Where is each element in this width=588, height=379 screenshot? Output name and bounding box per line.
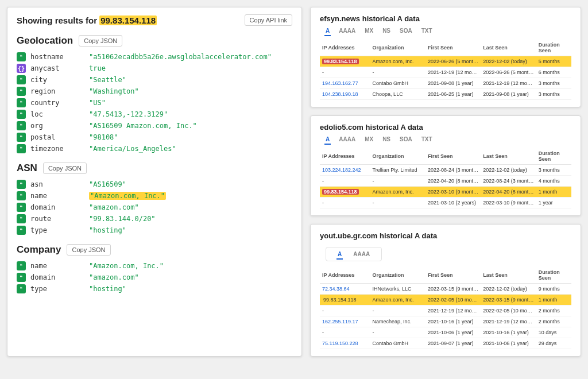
copy-json-button[interactable]: Copy JSON [79, 35, 122, 47]
results-header-prefix: Showing results for [17, 16, 99, 25]
dns-tab-aaaa[interactable]: AAAA [353, 251, 370, 257]
cell-org: - [370, 176, 425, 187]
table-row: 72.34.38.64IHNetworks, LLC2022-03-15 (9 … [320, 284, 571, 295]
col-last-seen: Last Seen [481, 40, 536, 56]
dns-tab-ns[interactable]: NS [382, 28, 390, 34]
table-row: 103.224.182.242Trellian Pty. Limited2022… [320, 165, 571, 176]
copy-api-link-button[interactable]: Copy API link [245, 14, 292, 26]
results-header: Showing results for 99.83.154.118 [17, 16, 157, 25]
cell-ip[interactable]: 103.224.182.242 [320, 165, 370, 176]
kv-row: ❝org"AS16509 Amazon.com, Inc." [17, 120, 292, 132]
string-type-icon: ❝ [17, 133, 26, 142]
cell-last-seen: 2021-09-08 (1 year) [481, 89, 536, 100]
cell-ip[interactable]: 104.238.190.18 [320, 89, 370, 100]
kv-row: {}anycasttrue [17, 63, 292, 74]
kv-row: ❝region"Washington" [17, 86, 292, 97]
kv-value: "Amazon.com, Inc." [89, 262, 164, 270]
kv-key: route [30, 215, 84, 223]
kv-row: ❝route"99.83.144.0/20" [17, 213, 292, 225]
cell-ip: 99.83.154.118 [320, 56, 370, 67]
dns-tab-a[interactable]: A [326, 28, 330, 34]
historical-panel-2: edolio5.com historical A data AAAAAMXNSS… [310, 115, 581, 216]
cell-first-seen: 2022-06-26 (5 months) [425, 56, 481, 67]
table-row: --2021-12-19 (12 months)2022-02-05 (10 m… [320, 305, 571, 316]
col-duration: Duration Seen [536, 40, 571, 56]
dns-tab-soa[interactable]: SOA [400, 136, 412, 142]
cell-first-seen: 2021-03-10 (2 years) [425, 198, 481, 208]
copy-json-button[interactable]: Copy JSON [43, 163, 87, 174]
cell-org: Contabo GmbH [370, 78, 425, 89]
section-title-company: Company [17, 244, 61, 256]
string-type-icon: ❝ [17, 261, 26, 270]
kv-row: ❝country"US" [17, 97, 292, 109]
cell-duration: 9 months [536, 284, 571, 295]
kv-key: org [30, 122, 84, 130]
col-first-seen: First Seen [425, 40, 481, 56]
cell-first-seen: 2021-12-19 (12 months) [425, 67, 481, 78]
cell-ip[interactable]: 162.255.119.17 [320, 316, 370, 327]
col-duration: Duration Seen [536, 267, 571, 284]
dns-tab-aaaa[interactable]: AAAA [339, 28, 355, 34]
kv-value: "Amazon.com, Inc." [89, 192, 166, 200]
cell-org: Amazon.com, Inc. [370, 187, 425, 198]
cell-ip: 99.83.154.118 [320, 187, 370, 198]
dns-record-tabs: AAAAAMXNSSOATXT [326, 136, 571, 142]
cell-first-seen: 2022-03-10 (9 months) [425, 187, 481, 198]
copy-json-button[interactable]: Copy JSON [67, 244, 110, 256]
cell-ip: - [320, 327, 370, 338]
cell-org: - [370, 305, 425, 316]
cell-first-seen: 2022-02-05 (10 months) [425, 295, 481, 305]
cell-ip: - [320, 198, 370, 208]
kv-value: "amazon.com" [89, 273, 139, 281]
cell-duration: 2 months [536, 305, 571, 316]
col-org: Organization [370, 40, 425, 56]
dns-tab-txt[interactable]: TXT [421, 136, 432, 142]
historical-table: IP Addresses Organization First Seen Las… [320, 148, 571, 208]
cell-ip[interactable]: 75.119.150.228 [320, 338, 370, 349]
kv-value: "AS16509 Amazon.com, Inc." [89, 122, 197, 130]
cell-duration: 1 year [536, 198, 571, 208]
cell-duration: 2 months [536, 316, 571, 327]
cell-ip: - [320, 67, 370, 78]
dns-tab-txt[interactable]: TXT [421, 28, 432, 34]
dns-tab-ns[interactable]: NS [382, 136, 390, 142]
cell-duration: 4 months [536, 176, 571, 187]
cell-ip[interactable]: 194.163.162.77 [320, 78, 370, 89]
results-header-ip: 99.83.154.118 [99, 16, 157, 25]
string-type-icon: ❝ [17, 75, 26, 84]
dns-tab-mx[interactable]: MX [365, 28, 373, 34]
kv-row: ❝name"Amazon.com, Inc." [17, 260, 292, 272]
cell-last-seen: 2022-04-20 (8 months) [481, 187, 536, 198]
string-type-icon: ❝ [17, 110, 26, 119]
string-type-icon: ❝ [17, 87, 26, 96]
cell-last-seen: 2021-10-06 (1 year) [481, 338, 536, 349]
kv-value: true [89, 64, 106, 72]
kv-key: anycast [30, 64, 84, 72]
cell-org: Contabo GmbH [370, 338, 425, 349]
section-title-asn: ASN [17, 163, 37, 174]
dns-tab-a[interactable]: A [326, 136, 330, 142]
cell-duration: 3 months [536, 89, 571, 100]
kv-key: name [30, 192, 84, 200]
kv-value: "98108" [89, 133, 118, 141]
table-row: 75.119.150.228Contabo GmbH2021-09-07 (1 … [320, 338, 571, 349]
dns-tab-aaaa[interactable]: AAAA [339, 136, 355, 142]
kv-key: type [30, 285, 84, 293]
string-type-icon: ❝ [17, 226, 26, 235]
cell-last-seen: 2022-03-10 (9 months) [481, 198, 536, 208]
dns-tab-soa[interactable]: SOA [400, 28, 412, 34]
cell-org: Trellian Pty. Limited [370, 165, 425, 176]
cell-org: - [370, 198, 425, 208]
historical-title: efsyn.news historical A data [320, 14, 571, 23]
cell-ip[interactable]: 72.34.38.64 [320, 284, 370, 295]
dns-tab-a[interactable]: A [338, 251, 342, 257]
table-row: --2022-04-20 (8 months)2022-08-24 (3 mon… [320, 176, 571, 187]
historical-table: IP Addresses Organization First Seen Las… [320, 267, 571, 349]
cell-first-seen: 2022-08-24 (3 months) [425, 165, 481, 176]
cell-org: IHNetworks, LLC [370, 284, 425, 295]
dns-tab-mx[interactable]: MX [365, 136, 373, 142]
cell-first-seen: 2021-09-08 (1 year) [425, 78, 481, 89]
string-type-icon: ❝ [17, 203, 26, 212]
table-row: 104.238.190.18Choopa, LLC2021-06-25 (1 y… [320, 89, 571, 100]
kv-row: ❝domain"amazon.com" [17, 272, 292, 283]
